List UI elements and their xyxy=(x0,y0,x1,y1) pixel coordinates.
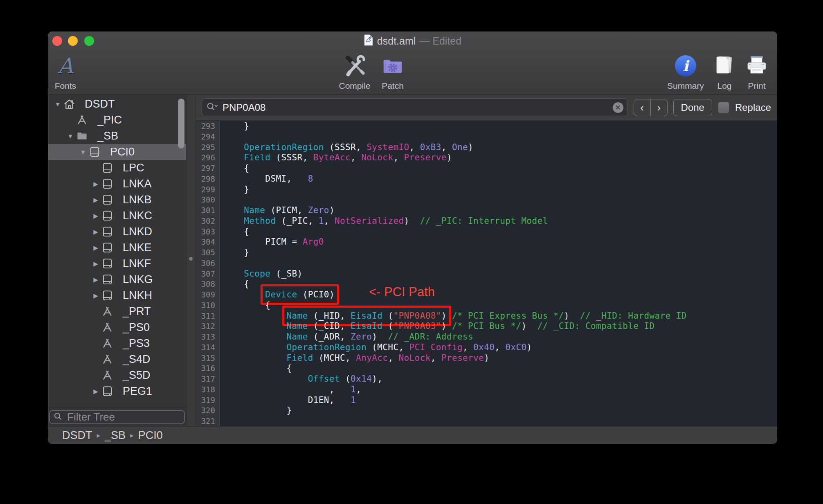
divider-dimple[interactable] xyxy=(189,257,193,261)
line-number: 301 xyxy=(196,205,215,216)
find-prev-next: ‹ › xyxy=(634,99,668,116)
disclosure-triangle-icon[interactable]: ▶ xyxy=(90,260,101,268)
code-token: Zero xyxy=(351,332,372,342)
search-input[interactable] xyxy=(222,101,609,114)
titlebar[interactable]: dsdt.aml — Edited xyxy=(48,32,777,50)
window-title: dsdt.aml — Edited xyxy=(48,32,777,50)
window-chrome: dsdt.aml — Edited AFontsCompilePatchiSum… xyxy=(48,32,777,95)
tree-item-pci0[interactable]: ▼PCI0 xyxy=(48,144,186,160)
dsdt-tree: ▼DSDT_PIC▼_SB▼PCI0LPC▶LNKA▶LNKB▶LNKC▶LNK… xyxy=(48,95,186,407)
code-token: ) xyxy=(564,311,580,321)
search-field[interactable]: ✕ xyxy=(202,98,628,117)
code-token: Preserve xyxy=(404,153,447,162)
code-line-295: 295 OperationRegion (SSSR, SystemIO, 0xB… xyxy=(196,142,777,153)
disclosure-triangle-icon[interactable]: ▼ xyxy=(52,101,63,108)
sidebar-scrollbar-thumb[interactable] xyxy=(178,99,184,148)
sidebar: ▼DSDT_PIC▼_SB▼PCI0LPC▶LNKA▶LNKB▶LNKC▶LNK… xyxy=(48,95,186,426)
code-line-313: 313 Name (_ADR, Zero) // _ADR: Address xyxy=(196,332,777,342)
code-token: PCI_Config xyxy=(409,342,463,352)
tree-item-lnkd[interactable]: ▶LNKD xyxy=(48,224,186,240)
device-icon xyxy=(101,274,113,286)
code-line-316: 316 { xyxy=(196,363,777,374)
toolbar-item-patch[interactable]: Patch xyxy=(368,51,417,91)
tree-item-dsdt[interactable]: ▼DSDT xyxy=(48,96,186,112)
tree-item-lpc[interactable]: LPC xyxy=(48,160,186,176)
code-token: Arg0 xyxy=(303,237,324,247)
code-token: /* PCI Bus */ xyxy=(452,321,522,331)
clear-search-icon[interactable]: ✕ xyxy=(613,102,623,113)
tree-item-_prt[interactable]: _PRT xyxy=(48,304,186,320)
tree-item-peg1[interactable]: ▶PEG1 xyxy=(48,383,186,399)
disclosure-triangle-icon[interactable]: ▶ xyxy=(90,244,101,252)
tree-item-lnkc[interactable]: ▶LNKC xyxy=(48,208,186,224)
method-icon xyxy=(101,306,113,318)
device-icon xyxy=(101,178,113,190)
replace-checkbox[interactable] xyxy=(718,102,729,113)
code-token: (_HID, xyxy=(308,311,351,321)
tree-item-_ps3[interactable]: _PS3 xyxy=(48,335,186,351)
code-token: ) xyxy=(329,205,335,215)
code-token: ) xyxy=(527,342,532,352)
code-line-300: 300 xyxy=(196,195,777,205)
device-icon xyxy=(88,146,101,158)
code-token: (_PIC, xyxy=(276,216,318,226)
tree-item-lnkg[interactable]: ▶LNKG xyxy=(48,272,186,288)
code-token: , xyxy=(324,216,335,226)
code-token: OperationRegion xyxy=(287,342,367,352)
patch-folder-icon xyxy=(381,54,404,77)
breadcrumb-separator-icon: ▸ xyxy=(97,431,101,440)
done-button[interactable]: Done xyxy=(673,99,712,116)
tree-item-_s5d[interactable]: _S5D xyxy=(48,367,186,383)
search-menu-icon[interactable] xyxy=(206,102,218,113)
line-number: 299 xyxy=(196,184,215,195)
tree-item-lnka[interactable]: ▶LNKA xyxy=(48,176,186,192)
tree-item-lnkh[interactable]: ▶LNKH xyxy=(48,288,186,304)
disclosure-triangle-icon[interactable]: ▶ xyxy=(90,196,101,204)
tree-item-_s4d[interactable]: _S4D xyxy=(48,351,186,367)
code-line-304: 304 PICM = Arg0 xyxy=(196,237,777,248)
method-icon xyxy=(101,353,113,366)
find-previous-button[interactable]: ‹ xyxy=(634,99,651,116)
code-token: , xyxy=(463,342,473,352)
toolbar: AFontsCompilePatchiSummaryLogPrint xyxy=(48,50,777,94)
line-number: 305 xyxy=(196,248,215,258)
line-number: 295 xyxy=(196,142,215,153)
filter-field[interactable] xyxy=(49,410,185,424)
code-token: , xyxy=(388,353,398,363)
tree-item-lnkb[interactable]: ▶LNKB xyxy=(48,192,186,208)
find-next-button[interactable]: › xyxy=(651,99,667,116)
toolbar-item-print[interactable]: Print xyxy=(732,51,777,91)
disclosure-triangle-icon[interactable]: ▶ xyxy=(90,212,101,220)
tree-item-_sb[interactable]: ▼_SB xyxy=(48,128,186,144)
split-divider[interactable] xyxy=(186,95,195,426)
tree-item-lnke[interactable]: ▶LNKE xyxy=(48,240,186,256)
line-number: 314 xyxy=(196,342,215,353)
code-editor[interactable]: 293 }294295 OperationRegion (SSSR, Syste… xyxy=(196,121,777,426)
line-number: 308 xyxy=(196,279,215,290)
disclosure-triangle-icon[interactable]: ▶ xyxy=(90,228,101,236)
toolbar-item-fonts[interactable]: AFonts xyxy=(48,51,90,91)
disclosure-triangle-icon[interactable]: ▼ xyxy=(78,148,88,155)
tree-item-_pic[interactable]: _PIC xyxy=(48,112,186,128)
filter-tree-input[interactable] xyxy=(66,410,180,424)
tree-item-label: _SB xyxy=(97,130,118,142)
line-number: 317 xyxy=(196,374,215,385)
tree-item-lnkf[interactable]: ▶LNKF xyxy=(48,256,186,272)
tree-item-label: LNKE xyxy=(123,241,152,254)
disclosure-triangle-icon[interactable]: ▶ xyxy=(90,180,101,188)
disclosure-triangle-icon[interactable]: ▶ xyxy=(90,276,101,284)
tree-item-_ps0[interactable]: _PS0 xyxy=(48,320,186,335)
disclosure-triangle-icon[interactable]: ▼ xyxy=(65,133,76,140)
code-token: , xyxy=(409,142,420,152)
code-line-294: 294 xyxy=(196,132,777,142)
document-icon xyxy=(364,34,373,47)
code-token: (PCI0) xyxy=(297,290,335,299)
code-token: , xyxy=(495,342,505,352)
code-token: , xyxy=(351,153,361,162)
code-token: 1 xyxy=(351,385,356,394)
code-token: , xyxy=(393,153,404,162)
title-filename: dsdt.aml xyxy=(377,35,416,47)
code-token xyxy=(223,290,265,299)
disclosure-triangle-icon[interactable]: ▶ xyxy=(90,388,101,395)
disclosure-triangle-icon[interactable]: ▶ xyxy=(90,292,101,299)
